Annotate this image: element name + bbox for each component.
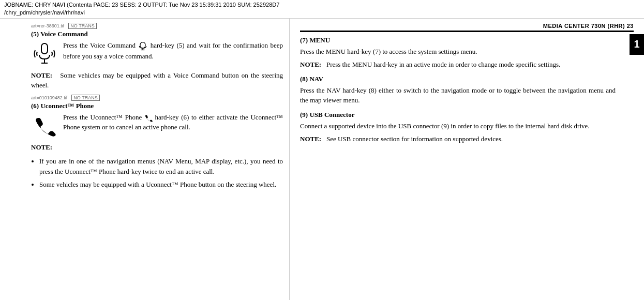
right-header-text: MEDIA CENTER 730N (RHR) 23 (543, 23, 634, 29)
phone-note-label: NOTE: (31, 143, 52, 151)
voice-art-label: art=rer-38601.tif (31, 23, 64, 28)
right-header: MEDIA CENTER 730N (RHR) 23 (300, 23, 634, 32)
voice-icon (31, 40, 58, 67)
svg-rect-0 (41, 43, 48, 54)
usb-section: (9) USB Connector Connect a supported de… (300, 111, 616, 144)
voice-title-row: art=rer-38601.tif NO TRANS (31, 23, 283, 29)
topbar-line1: JOBNAME: CHRY NAVI (Contenta PAGE: 23 SE… (4, 1, 640, 9)
menu-note-label: NOTE: (300, 61, 321, 68)
page-wrapper: JOBNAME: CHRY NAVI (Contenta PAGE: 23 SE… (0, 0, 644, 300)
chapter-number-badge: 1 (630, 34, 644, 55)
phone-icon-text: Press the Uconnect™ Phone hard-key (6) t… (31, 112, 283, 139)
menu-heading: (7) MENU (300, 36, 616, 44)
right-sections: (7) MENU Press the MENU hard-key (7) to … (300, 36, 634, 144)
phone-art-label: art=010109482.tif (31, 95, 67, 100)
phone-svg (33, 114, 56, 137)
menu-section: (7) MENU Press the MENU hard-key (7) to … (300, 36, 616, 70)
usb-body: Connect a supported device into the USB … (300, 121, 616, 131)
usb-note: NOTE: See USB connector section for info… (300, 134, 616, 144)
voice-no-trans: NO TRANS (68, 23, 96, 29)
usb-note-label: NOTE: (300, 135, 321, 143)
voice-body-text: Press the Voice Command hard-key (5) and… (63, 40, 283, 62)
voice-note: NOTE: Some vehicles may be equipped with… (31, 70, 283, 91)
left-column: art=rer-38601.tif NO TRANS (5) Voice Com… (0, 19, 290, 300)
phone-icon (31, 112, 58, 139)
phone-title-row: art=010109482.tif NO TRANS (31, 95, 283, 101)
nav-section: (8) NAV Press the NAV hard-key (8) eithe… (300, 75, 616, 106)
phone-bullet-1: If you are in one of the navigation menu… (39, 156, 283, 176)
phone-note-heading-only: NOTE: (31, 142, 283, 153)
main-content: art=rer-38601.tif NO TRANS (5) Voice Com… (0, 19, 644, 300)
phone-bullet-2: Some vehicles may be equipped with a Uco… (39, 179, 283, 190)
voice-inline-icon (138, 41, 148, 51)
topbar-line2: /chry_pdm/chrysler/navi/rhr/navi (4, 9, 640, 17)
top-bar: JOBNAME: CHRY NAVI (Contenta PAGE: 23 SE… (0, 0, 644, 19)
voice-icon-text: Press the Voice Command hard-key (5) and… (31, 40, 283, 67)
voice-heading: (5) Voice Command (31, 30, 283, 38)
phone-bullet-list: If you are in one of the navigation menu… (39, 156, 283, 190)
voice-command-section: art=rer-38601.tif NO TRANS (5) Voice Com… (31, 23, 283, 91)
voice-note-label: NOTE: (31, 71, 52, 79)
menu-note: NOTE: Press the MENU hard-key in an acti… (300, 59, 616, 70)
menu-body: Press the MENU hard-key (7) to access th… (300, 47, 616, 57)
svg-rect-3 (140, 42, 145, 48)
phone-body-text: Press the Uconnect™ Phone hard-key (6) t… (63, 112, 283, 132)
phone-heading: (6) Uconnect™ Phone (31, 102, 283, 110)
phone-section: art=010109482.tif NO TRANS (6) Uconnect™… (31, 95, 283, 190)
phone-no-trans: NO TRANS (71, 95, 99, 101)
right-column: MEDIA CENTER 730N (RHR) 23 1 (7) MENU Pr… (290, 19, 644, 300)
voice-command-svg (32, 41, 57, 66)
usb-heading: (9) USB Connector (300, 111, 616, 119)
phone-inline-icon (144, 114, 153, 122)
nav-body: Press the NAV hard-key (8) either to swi… (300, 85, 616, 106)
nav-heading: (8) NAV (300, 75, 616, 83)
